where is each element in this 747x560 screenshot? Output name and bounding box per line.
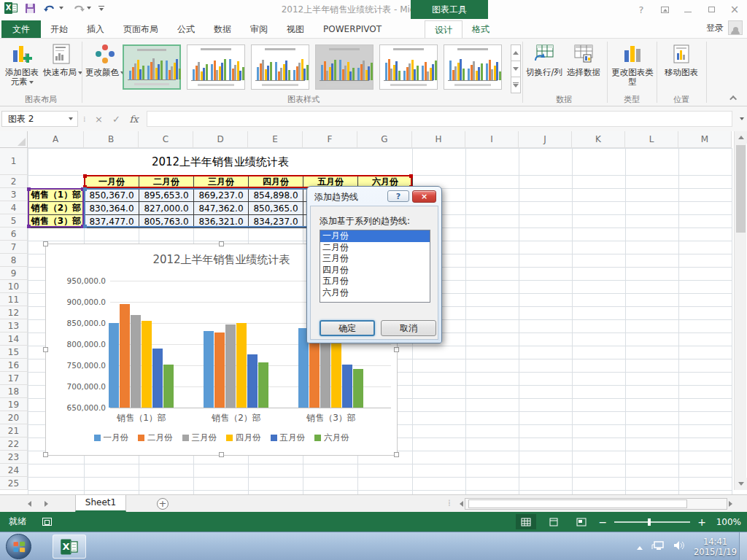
column-header-M[interactable]: M (678, 131, 732, 148)
legend-item[interactable]: 二月份 (138, 432, 173, 443)
sign-in-link[interactable]: 登录 (706, 22, 724, 34)
chart-bar-四月份[interactable] (236, 323, 247, 408)
row-header-14[interactable]: 14 (0, 332, 28, 346)
taskbar-excel-button[interactable]: X (53, 534, 86, 559)
row-header-15[interactable]: 15 (0, 346, 28, 359)
tab-9[interactable]: 设计 (425, 20, 462, 38)
normal-view-button[interactable] (516, 514, 536, 529)
chart-sizing-handle[interactable] (219, 452, 224, 457)
ok-button[interactable]: 确定 (320, 320, 375, 336)
series-list-item[interactable]: 二月份 (320, 242, 430, 254)
chart-bar-三月份[interactable] (131, 315, 141, 408)
row-header-18[interactable]: 18 (0, 385, 28, 398)
sheet-tab-sheet1[interactable]: Sheet1 (75, 495, 126, 512)
vertical-scrollbar[interactable] (734, 131, 746, 490)
data-cell[interactable]: 830,364.0 (84, 201, 139, 215)
add-chart-element-button[interactable]: 添加图表元素 (1, 42, 42, 87)
undo-icon[interactable] (43, 3, 63, 13)
tab-6[interactable]: 审阅 (241, 20, 277, 38)
zoom-in-icon[interactable]: + (697, 517, 706, 527)
vertical-scroll-thumb[interactable] (736, 145, 746, 233)
row-header-1[interactable]: 1 (0, 148, 28, 175)
page-break-view-button[interactable] (571, 514, 592, 529)
row-header-9[interactable]: 9 (0, 267, 28, 280)
row-header-12[interactable]: 12 (0, 306, 28, 319)
month-header-cell[interactable]: 一月份 (84, 175, 139, 189)
next-sheet-icon[interactable] (44, 501, 48, 507)
network-icon[interactable] (651, 540, 665, 553)
chart-bar-五月份[interactable] (247, 354, 258, 408)
new-sheet-button[interactable]: + (157, 498, 169, 510)
change-colors-button[interactable]: 更改颜色 (85, 42, 125, 77)
collapse-ribbon-button[interactable] (728, 93, 740, 103)
series-list-item[interactable]: 一月份 (320, 230, 430, 242)
tab-2[interactable]: 插入 (77, 20, 114, 38)
chart-style-6[interactable] (444, 44, 502, 90)
column-header-F[interactable]: F (303, 131, 357, 148)
horizontal-scrollbar[interactable] (460, 498, 732, 510)
column-header-H[interactable]: H (412, 131, 465, 148)
move-chart-button[interactable]: 移动图表 (661, 42, 702, 77)
column-header-G[interactable]: G (357, 131, 412, 148)
row-header-17[interactable]: 17 (0, 372, 28, 385)
row-header-4[interactable]: 4 (0, 201, 28, 214)
tab-file[interactable]: 文件 (1, 20, 41, 38)
row-header-10[interactable]: 10 (0, 280, 28, 293)
row-header-21[interactable]: 21 (0, 424, 28, 438)
cancel-entry-icon[interactable]: × (91, 111, 107, 127)
chart-bar-一月份[interactable] (109, 323, 119, 408)
row-header-3[interactable]: 3 (0, 188, 28, 201)
save-icon[interactable] (25, 3, 36, 14)
chart-sizing-handle[interactable] (43, 347, 48, 352)
data-cell[interactable]: 895,653.0 (139, 188, 194, 202)
select-all-corner[interactable] (0, 131, 28, 148)
change-chart-type-button[interactable]: 更改图表类型 (611, 42, 654, 87)
month-header-cell[interactable]: 四月份 (248, 175, 303, 189)
data-cell[interactable]: 836,321.0 (193, 214, 249, 228)
ribbon-display-options-button[interactable] (655, 1, 674, 18)
data-cell[interactable]: 847,362.0 (193, 201, 249, 215)
page-layout-view-button[interactable] (543, 514, 564, 529)
tab-8[interactable]: POWERPIVOT (314, 20, 391, 38)
chart-sizing-handle[interactable] (394, 347, 399, 352)
tab-1[interactable]: 开始 (41, 20, 77, 38)
gallery-scroll-down-button[interactable] (511, 61, 521, 77)
chart-bar-六月份[interactable] (163, 365, 174, 408)
tab-7[interactable]: 视图 (277, 20, 314, 38)
tab-5[interactable]: 数据 (204, 20, 241, 38)
row-header-24[interactable]: 24 (0, 464, 28, 477)
row-header-23[interactable]: 23 (0, 451, 28, 464)
zoom-out-icon[interactable]: − (599, 517, 608, 527)
column-header-J[interactable]: J (519, 131, 572, 148)
minimize-button[interactable] (678, 1, 697, 18)
row-label-cell[interactable]: 销售（1）部 (28, 188, 85, 202)
month-header-cell[interactable]: 二月份 (139, 175, 194, 189)
row-label-cell[interactable]: 销售（3）部 (28, 214, 85, 228)
chart-bar-二月份[interactable] (309, 342, 320, 408)
row-header-11[interactable]: 11 (0, 293, 28, 306)
tab-4[interactable]: 公式 (168, 20, 204, 38)
series-list-item[interactable]: 六月份 (320, 287, 430, 299)
chart-style-1[interactable] (123, 44, 181, 90)
select-data-button[interactable]: 选择数据 (565, 42, 603, 77)
gallery-more-button[interactable] (511, 77, 521, 93)
zoom-slider[interactable] (614, 521, 690, 523)
legend-item[interactable]: 三月份 (182, 432, 217, 443)
series-list-item[interactable]: 五月份 (320, 276, 430, 287)
dialog-close-button[interactable]: × (412, 190, 436, 203)
formula-input[interactable] (147, 111, 733, 127)
zoom-slider-thumb[interactable] (648, 518, 651, 526)
start-button[interactable] (6, 534, 31, 559)
data-cell[interactable]: 869,237.0 (193, 188, 249, 202)
chart-bar-六月份[interactable] (258, 362, 268, 408)
chart-bar-五月份[interactable] (342, 365, 352, 408)
row-header-7[interactable]: 7 (0, 241, 28, 254)
formula-bar-expand-icon[interactable] (735, 117, 747, 120)
data-cell[interactable]: 850,367.0 (84, 188, 139, 202)
series-list-item[interactable]: 四月份 (320, 265, 430, 276)
column-header-D[interactable]: D (193, 131, 248, 148)
tabbar-divider[interactable]: ⁞ (448, 498, 451, 508)
chart-bar-四月份[interactable] (142, 321, 152, 408)
switch-row-column-button[interactable]: 切换行/列 (525, 42, 563, 77)
series-listbox[interactable]: 一月份二月份三月份四月份五月份六月份 (320, 230, 430, 303)
